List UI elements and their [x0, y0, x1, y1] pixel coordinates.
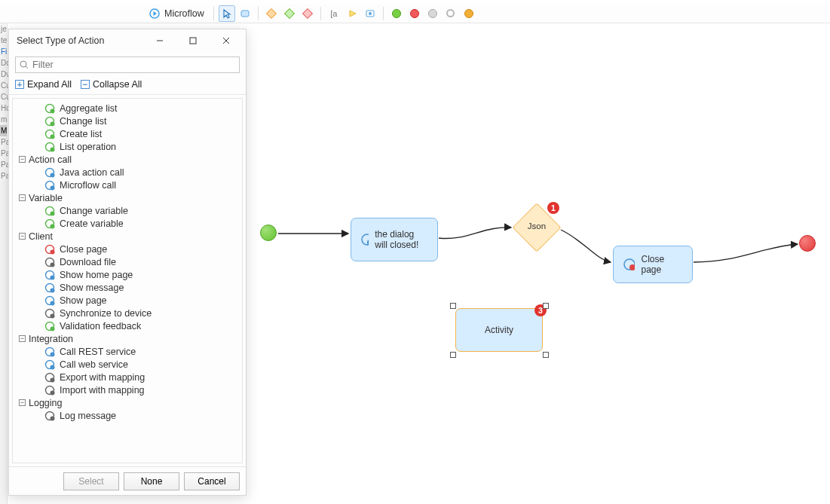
grey-circle-tool[interactable] — [424, 5, 441, 22]
resize-handle-sw[interactable] — [450, 352, 456, 358]
action-icon — [44, 257, 55, 267]
group-header[interactable]: −Client — [16, 230, 239, 243]
loop-tool[interactable] — [344, 5, 360, 22]
svg-point-5 — [369, 12, 372, 15]
toolbar: Microflow [a — [0, 4, 830, 23]
resize-handle-nw[interactable] — [450, 303, 456, 309]
start-tool[interactable] — [388, 5, 405, 22]
activity-show-message[interactable]: the dialog will closed! — [351, 218, 438, 261]
param-tool[interactable] — [362, 5, 378, 22]
cursor-tool[interactable] — [219, 5, 235, 22]
resize-handle-ne[interactable] — [543, 303, 549, 309]
tree-item[interactable]: Export with mapping — [16, 371, 239, 383]
annotation-tool[interactable]: [a — [326, 5, 342, 22]
svg-point-31 — [51, 262, 55, 267]
start-event[interactable] — [260, 225, 277, 241]
grey-ring-tool[interactable] — [443, 5, 459, 22]
tree-item-label: Microflow call — [60, 180, 116, 191]
select-button[interactable]: Select — [63, 472, 119, 490]
svg-point-45 — [51, 365, 55, 369]
end-event[interactable] — [799, 235, 816, 252]
svg-marker-3 — [350, 11, 356, 17]
action-icon — [44, 347, 55, 357]
collapse-all-link[interactable]: −Collapse All — [81, 79, 142, 90]
svg-point-43 — [51, 352, 55, 356]
svg-line-11 — [26, 66, 28, 69]
tree-item[interactable]: List operation — [16, 140, 239, 153]
tree-item-label: Change variable — [60, 206, 128, 216]
tree-item[interactable]: Microflow call — [16, 179, 239, 191]
svg-point-35 — [51, 288, 55, 292]
tree-item-label: Export with mapping — [60, 372, 145, 383]
end-tool[interactable] — [406, 5, 423, 22]
svg-rect-7 — [190, 38, 196, 44]
activity-label: the dialog will closed! — [375, 229, 428, 250]
tree-item[interactable]: Call REST service — [16, 345, 239, 358]
tree-item[interactable]: Close page — [16, 243, 239, 255]
tree-item[interactable]: Import with mapping — [16, 383, 239, 396]
tree-item[interactable]: Download file — [16, 255, 239, 268]
maximize-button[interactable] — [176, 30, 210, 51]
activity-close-page[interactable]: Close page — [613, 246, 693, 283]
action-icon — [44, 295, 55, 306]
close-button[interactable] — [210, 30, 243, 51]
tree-item-label: List operation — [60, 142, 116, 152]
svg-point-47 — [51, 377, 55, 382]
tree-item[interactable]: Create list — [16, 127, 239, 140]
cancel-button[interactable]: Cancel — [184, 472, 240, 490]
action-icon — [44, 308, 55, 319]
svg-point-51 — [51, 416, 55, 420]
tree-item[interactable]: Show message — [16, 281, 239, 294]
tree-item[interactable]: Create variable — [16, 217, 239, 230]
dialog-titlebar[interactable]: Select Type of Action — [9, 29, 246, 52]
action-icon — [44, 385, 55, 396]
decision-orange-tool[interactable] — [263, 5, 280, 22]
group-header[interactable]: −Variable — [16, 191, 239, 204]
tree-item[interactable]: Change variable — [16, 204, 239, 217]
filter-input[interactable] — [15, 57, 240, 73]
resize-handle-se[interactable] — [543, 352, 549, 358]
svg-point-23 — [51, 185, 55, 190]
decision-red-tool[interactable] — [299, 5, 316, 22]
tree-item-label: Java action call — [60, 167, 124, 178]
action-icon — [44, 167, 55, 178]
tree-item[interactable]: Java action call — [16, 166, 239, 179]
tree-item[interactable]: Aggregate list — [16, 102, 239, 115]
tree-item[interactable]: Change list — [16, 115, 239, 127]
expand-all-link[interactable]: +Expand All — [15, 79, 72, 90]
orange-circle-tool[interactable] — [461, 5, 477, 22]
group-header[interactable]: −Action call — [16, 153, 239, 166]
svg-point-10 — [20, 61, 26, 67]
tree-item[interactable]: Show home page — [16, 268, 239, 281]
action-icon — [44, 244, 55, 255]
svg-point-33 — [51, 275, 55, 279]
none-button[interactable]: None — [124, 472, 179, 490]
tree-item-label: Show page — [60, 295, 107, 306]
group-header[interactable]: −Integration — [16, 332, 239, 345]
minimize-button[interactable] — [143, 30, 176, 51]
activity-tool[interactable] — [237, 5, 253, 22]
action-icon — [44, 411, 55, 421]
decision-json[interactable]: Json 1 — [513, 203, 561, 252]
tree-item-label: Validation feedback — [60, 321, 141, 331]
svg-point-27 — [51, 224, 55, 228]
close-page-icon — [623, 258, 635, 271]
tree-item[interactable]: Call web service — [16, 358, 239, 371]
action-icon — [44, 116, 55, 127]
action-tree[interactable]: Aggregate listChange listCreate listList… — [12, 98, 243, 463]
tree-item-label: Show home page — [60, 270, 133, 280]
decision-green-tool[interactable] — [281, 5, 298, 22]
tree-item[interactable]: Validation feedback — [16, 319, 239, 332]
tree-item[interactable]: Show page — [16, 294, 239, 307]
group-header[interactable]: −Logging — [16, 396, 239, 409]
tree-item-label: Import with mapping — [60, 385, 145, 396]
error-badge: 1 — [547, 202, 559, 214]
action-icon — [44, 372, 55, 383]
tree-item[interactable]: Synchronize to device — [16, 307, 239, 319]
action-icon — [44, 180, 55, 191]
tree-item[interactable]: Log message — [16, 409, 239, 422]
action-icon — [44, 321, 55, 331]
selected-activity[interactable]: Activity 3 — [455, 308, 543, 352]
dialog-title: Select Type of Action — [17, 35, 105, 46]
svg-point-49 — [51, 390, 55, 395]
